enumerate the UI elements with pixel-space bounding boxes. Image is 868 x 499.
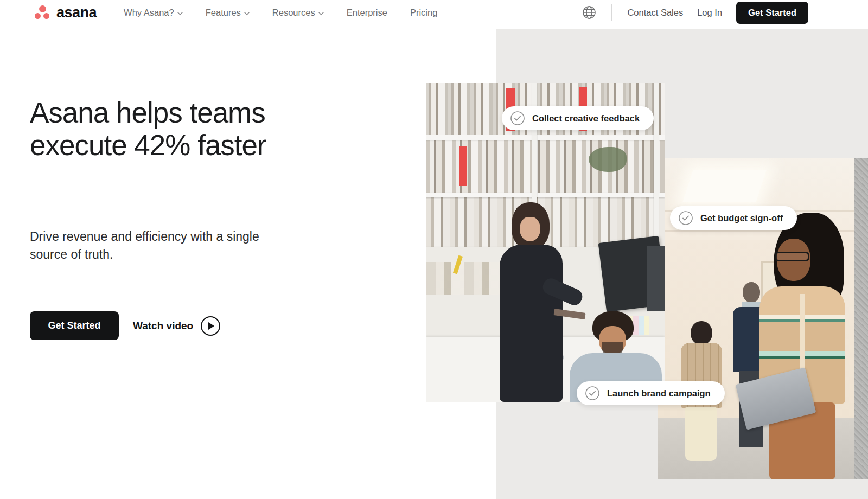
watch-video-label: Watch video: [133, 320, 193, 332]
concrete-pillar: [854, 158, 868, 479]
hero-heading-line1: Asana helps teams: [30, 97, 323, 129]
plant-decoration: [589, 147, 627, 172]
nav-item-why-asana[interactable]: Why Asana?: [124, 8, 183, 18]
contact-sales-link[interactable]: Contact Sales: [627, 8, 683, 18]
nav-item-features[interactable]: Features: [206, 8, 250, 18]
hero-divider-line: [30, 215, 78, 215]
glasses: [775, 252, 809, 261]
nav-item-enterprise[interactable]: Enterprise: [347, 8, 387, 18]
nav-get-started-button[interactable]: Get Started: [736, 2, 808, 24]
task-badge-collect-creative-feedback: Collect creative feedback: [502, 106, 654, 130]
skylight: [683, 170, 767, 202]
check-circle-icon: [585, 386, 599, 400]
check-circle-icon: [510, 111, 525, 125]
nav-utility-group: Contact Sales Log In Get Started: [582, 2, 808, 24]
task-badge-get-budget-sign-off: Get budget sign-off: [670, 206, 797, 230]
play-circle-icon: [201, 316, 220, 336]
primary-nav: Why Asana? Features Resources Enterprise…: [124, 8, 437, 18]
task-badge-label: Launch brand campaign: [607, 388, 711, 399]
watch-video-button[interactable]: Watch video: [133, 316, 220, 336]
nav-item-pricing[interactable]: Pricing: [410, 8, 437, 18]
hero-cta-row: Get Started Watch video: [30, 311, 220, 340]
nav-divider: [611, 4, 612, 21]
nav-item-resources[interactable]: Resources: [272, 8, 324, 18]
top-navigation: asana Why Asana? Features Resources Ente…: [0, 0, 868, 29]
task-badge-label: Collect creative feedback: [532, 113, 640, 124]
asana-landing-page: asana Why Asana? Features Resources Ente…: [0, 0, 868, 499]
asana-wordmark: asana: [56, 5, 97, 20]
asana-logo-icon: [35, 5, 51, 20]
globe-icon[interactable]: [582, 5, 596, 20]
hero-heading-line2: execute 42% faster: [30, 129, 323, 162]
chevron-down-icon: [244, 11, 250, 16]
chevron-down-icon: [318, 11, 324, 16]
task-badge-launch-brand-campaign: Launch brand campaign: [577, 381, 725, 405]
person-woman-with-laptop: [743, 213, 857, 479]
login-link[interactable]: Log In: [697, 8, 722, 18]
hero-heading: Asana helps teams execute 42% faster: [30, 97, 323, 162]
chevron-down-icon: [177, 11, 183, 16]
asana-logo[interactable]: asana: [35, 5, 97, 20]
task-badge-label: Get budget sign-off: [700, 213, 783, 223]
hero-subtext: Drive revenue and efficiency with a sing…: [30, 228, 285, 264]
hero-photo-studio: [426, 83, 665, 402]
hero-get-started-button[interactable]: Get Started: [30, 311, 119, 340]
check-circle-icon: [679, 211, 693, 225]
